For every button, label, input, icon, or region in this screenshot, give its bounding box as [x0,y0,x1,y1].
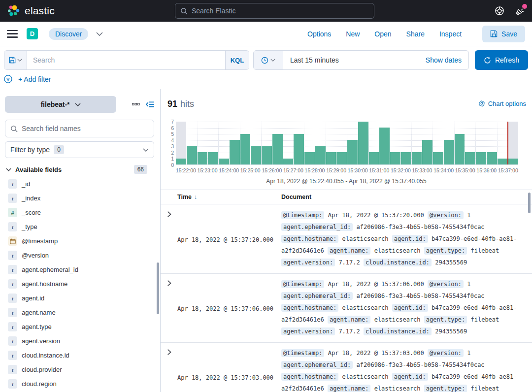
histogram-bar[interactable] [433,152,443,164]
open-button[interactable]: Open [374,30,391,38]
histogram-bar[interactable] [379,128,390,164]
global-search-input[interactable]: Search Elastic [175,3,374,19]
elastic-logo[interactable]: elastic [7,4,55,17]
histogram-bar[interactable] [369,152,379,164]
histogram-bar[interactable] [198,152,208,164]
newsfeed-icon[interactable] [515,6,525,16]
histogram-bar[interactable] [422,140,432,164]
field-settings-icon[interactable] [132,103,140,106]
breadcrumb[interactable]: Discover [49,28,88,40]
field-name: agent.type [22,323,52,330]
query-input-placeholder[interactable]: Search [27,51,225,69]
table-scrollbar[interactable] [528,193,531,213]
histogram-bar[interactable] [208,152,218,164]
kql-query-input[interactable]: Search KQL [4,50,249,70]
histogram-bar[interactable] [336,152,347,164]
expand-row-icon[interactable] [166,349,172,356]
document-summary[interactable]: @timestamp: Apr 18, 2022 @ 15:37:03.000 … [281,347,532,392]
show-dates-button[interactable]: Show dates [419,51,468,69]
field-item[interactable]: tcloud.region [5,377,154,391]
histogram-bar[interactable] [240,134,251,164]
app-badge[interactable]: D [27,28,38,39]
share-button[interactable]: Share [406,30,425,38]
x-tick-label: 15:28:00 [305,167,325,173]
field-item[interactable]: tcloud.instance.id [5,348,154,362]
field-item[interactable]: #_score [5,205,154,220]
histogram-bar[interactable] [262,146,272,164]
field-item[interactable]: tagent.hostname [5,277,154,291]
histogram-bar[interactable] [347,140,358,164]
field-item[interactable]: tagent.ephemeral_id [5,262,154,277]
add-filter-button[interactable]: + Add filter [18,75,51,83]
field-item[interactable]: tagent.id [5,291,154,305]
field-item[interactable]: t@version [5,248,154,262]
y-tick-label: 0 [167,163,174,168]
chevron-down-icon[interactable] [96,32,103,36]
document-summary[interactable]: @timestamp: Apr 18, 2022 @ 15:37:06.000 … [281,278,532,337]
histogram-bar[interactable] [187,146,197,164]
sidebar-scrollbar[interactable] [157,262,159,314]
histogram-bar[interactable] [272,134,283,164]
histogram-bar[interactable] [412,152,422,164]
field-key-pill: agent.hostname: [281,235,338,243]
histogram-bar[interactable] [176,159,186,164]
saved-query-menu-button[interactable] [4,51,27,69]
refresh-button[interactable]: Refresh [475,50,528,70]
time-picker[interactable]: Last 15 minutes Show dates [253,50,469,70]
filter-icon[interactable] [4,75,12,83]
query-language-button[interactable]: KQL [225,51,249,69]
help-icon[interactable] [495,6,504,16]
menu-icon[interactable] [7,30,18,38]
histogram-bar[interactable] [498,159,508,164]
field-item[interactable]: tagent.name [5,305,154,320]
histogram-bar[interactable] [487,152,497,164]
histogram-bar[interactable] [230,140,240,164]
sort-desc-icon[interactable]: ↓ [194,194,197,200]
histogram-plot[interactable]: 76543210 [176,122,518,165]
time-column-header[interactable]: Time [177,194,192,200]
histogram-bar[interactable] [294,134,304,164]
histogram-bar[interactable] [401,152,411,164]
histogram-bar[interactable] [455,134,465,164]
histogram-bar[interactable] [476,152,486,164]
histogram-bar[interactable] [283,159,294,164]
field-key-pill: cloud.instance.id: [364,327,432,335]
expand-row-icon[interactable] [166,280,172,287]
available-fields-header[interactable]: Available fields 66 [5,165,154,174]
field-item[interactable]: t_id [5,177,154,191]
collapse-sidebar-icon[interactable] [146,101,154,108]
histogram-bar[interactable] [219,159,229,164]
histogram-bar[interactable] [444,140,454,164]
document-summary[interactable]: @timestamp: Apr 18, 2022 @ 15:37:20.000 … [281,209,532,268]
field-item[interactable]: tcloud.provider [5,362,154,377]
save-button[interactable]: Save [482,26,525,42]
field-item[interactable]: tagent.version [5,334,154,348]
histogram-bar[interactable] [315,146,326,164]
field-item[interactable]: @timestamp [5,234,154,248]
expand-row-icon[interactable] [166,211,172,218]
histogram-bar[interactable] [508,159,518,164]
histogram-bar[interactable] [465,152,475,164]
time-range-value[interactable]: Last 15 minutes [283,51,419,69]
options-button[interactable]: Options [307,30,331,38]
histogram-bar[interactable] [304,152,315,164]
field-item[interactable]: t_type [5,220,154,234]
field-item[interactable]: t_index [5,191,154,205]
field-search-input[interactable]: Search field names [5,120,154,137]
histogram-bar[interactable] [358,122,368,164]
histogram-bar[interactable] [326,152,336,164]
histogram-bar[interactable] [390,152,400,164]
hits-histogram[interactable]: 76543210 15:22:0015:23:0015:24:0015:25:0… [167,122,518,173]
field-item[interactable]: tagent.type [5,320,154,334]
date-type-icon [8,236,17,246]
filter-by-type-select[interactable]: Filter by type 0 [5,141,154,158]
data-view-selector[interactable]: filebeat-* [5,96,116,113]
string-type-icon: t [8,379,17,389]
histogram-bar[interactable] [251,146,261,164]
document-column-header[interactable]: Document [281,194,532,200]
inspect-button[interactable]: Inspect [439,30,462,38]
quick-time-menu-button[interactable] [254,51,283,69]
field-name: agent.id [22,294,44,302]
new-button[interactable]: New [346,30,360,38]
chart-options-button[interactable]: Chart options [478,100,526,107]
